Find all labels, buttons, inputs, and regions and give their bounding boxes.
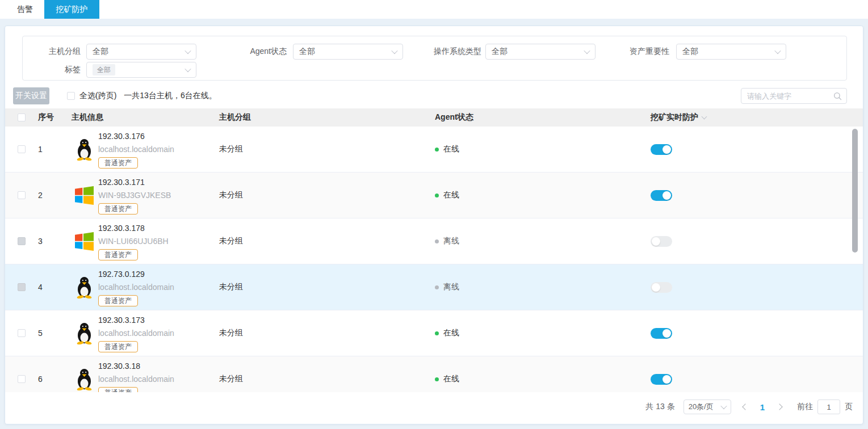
table-row: 1 192.30.3.176 localhost.localdomain 普通资… <box>5 127 863 173</box>
protection-toggle-on[interactable] <box>651 374 672 385</box>
tag-select[interactable]: 全部 <box>86 62 196 78</box>
linux-icon <box>74 276 94 298</box>
protection-toggle-on[interactable] <box>651 144 672 155</box>
tab-alert[interactable]: 告警 <box>6 0 44 19</box>
chevron-down-icon <box>584 48 590 54</box>
row-index: 5 <box>30 329 60 338</box>
chevron-down-icon <box>391 48 397 54</box>
header-index: 序号 <box>30 112 60 123</box>
row-checkbox-disabled <box>18 237 26 245</box>
host-ip: 192.30.3.18 <box>98 360 174 373</box>
linux-icon <box>74 322 94 344</box>
asset-tag-badge: 普通资产 <box>98 387 138 393</box>
asset-tag-badge: 普通资产 <box>98 295 138 306</box>
page-size-select[interactable]: 20条/页 <box>684 399 731 414</box>
table-body: 1 192.30.3.176 localhost.localdomain 普通资… <box>5 127 863 392</box>
search-box <box>741 88 847 104</box>
agent-status: 在线 <box>443 190 459 200</box>
host-name: localhost.localdomain <box>98 281 174 294</box>
host-name: WIN-9BJ3GVJKESB <box>98 189 171 202</box>
table-row: 2 192.30.3.171 WIN-9BJ3GVJKESB 普通资产 未分组 … <box>5 173 863 218</box>
total-count: 共 13 条 <box>645 402 674 412</box>
row-index: 2 <box>30 191 60 200</box>
host-name: localhost.localdomain <box>98 143 174 156</box>
row-checkbox[interactable] <box>18 375 26 383</box>
toggle-knob <box>662 191 671 200</box>
toggle-knob <box>662 145 671 154</box>
online-dot-icon <box>435 377 439 381</box>
row-index: 3 <box>30 237 60 246</box>
agent-status: 在线 <box>443 144 459 154</box>
agent-status: 离线 <box>443 282 459 292</box>
agent-status-select[interactable]: 全部 <box>293 44 403 60</box>
host-name: localhost.localdomain <box>98 373 174 386</box>
os-type-value: 全部 <box>492 47 585 57</box>
goto-page-input[interactable] <box>817 399 840 414</box>
host-group: 未分组 <box>207 236 423 246</box>
page-unit-label: 页 <box>845 402 853 412</box>
table-row: 5 192.30.3.173 localhost.localdomain 普通资… <box>5 310 863 356</box>
asset-importance-value: 全部 <box>682 47 775 57</box>
chevron-down-icon <box>184 66 191 72</box>
host-count-summary: 一共13台主机，6台在线。 <box>124 91 216 101</box>
protection-toggle-on[interactable] <box>651 190 672 201</box>
next-page-icon[interactable] <box>776 403 782 410</box>
online-dot-icon <box>435 148 439 152</box>
toggle-knob <box>662 329 671 338</box>
tab-mining-protection[interactable]: 挖矿防护 <box>44 0 99 19</box>
asset-tag-badge: 普通资产 <box>98 341 138 352</box>
switch-settings-button[interactable]: 开关设置 <box>13 87 49 104</box>
vertical-scrollbar-thumb[interactable] <box>852 129 858 253</box>
select-all-checkbox[interactable] <box>67 92 75 100</box>
prev-page-icon[interactable] <box>742 403 748 410</box>
tab-alert-label: 告警 <box>17 5 33 15</box>
protection-toggle-off <box>651 236 672 247</box>
host-ip: 192.30.3.178 <box>98 222 169 235</box>
online-dot-icon <box>435 331 439 335</box>
agent-status: 离线 <box>443 236 459 246</box>
offline-dot-icon <box>435 285 439 289</box>
row-index: 1 <box>30 145 60 154</box>
host-group: 未分组 <box>207 190 423 200</box>
search-icon[interactable] <box>833 92 842 100</box>
table-header: 序号 主机信息 主机分组 Agent状态 挖矿实时防护 <box>5 108 863 127</box>
table-row: 3 192.30.3.178 WIN-LUI66UJU6BH 普通资产 未分组 … <box>5 218 863 264</box>
mining-protection-panel: 主机分组 全部 Agent状态 全部 操作系统类型 全部 资产重要性 全部 标签 <box>5 26 863 424</box>
chevron-down-icon <box>702 114 707 120</box>
windows-icon <box>74 232 94 251</box>
protection-toggle-on[interactable] <box>651 328 672 339</box>
agent-status: 在线 <box>443 328 459 338</box>
row-checkbox[interactable] <box>18 329 26 337</box>
search-input[interactable] <box>747 92 833 100</box>
row-checkbox[interactable] <box>18 191 26 199</box>
protection-toggle-off <box>651 282 672 293</box>
chevron-down-icon <box>774 48 781 54</box>
host-group-select[interactable]: 全部 <box>86 44 196 60</box>
toggle-knob <box>652 237 660 246</box>
host-group-label: 主机分组 <box>23 47 81 57</box>
tag-chip: 全部 <box>93 64 115 75</box>
toggle-knob <box>662 375 671 384</box>
toolbar: 开关设置 全选(跨页) 一共13台主机，6台在线。 <box>13 87 847 104</box>
select-all-label: 全选(跨页) <box>79 91 116 101</box>
header-host-info: 主机信息 <box>60 112 207 123</box>
chevron-down-icon <box>184 48 191 54</box>
agent-status-value: 全部 <box>299 47 392 57</box>
header-agent-status: Agent状态 <box>423 112 639 123</box>
host-group: 未分组 <box>207 144 423 154</box>
os-type-select[interactable]: 全部 <box>485 44 596 60</box>
row-checkbox-disabled <box>18 283 26 291</box>
header-mining-protection[interactable]: 挖矿实时防护 <box>639 112 863 123</box>
goto-label: 前往 <box>797 402 813 412</box>
pagination: 共 13 条 20条/页 1 前往 页 <box>5 399 853 415</box>
row-checkbox[interactable] <box>18 145 26 153</box>
linux-icon <box>74 138 94 161</box>
current-page[interactable]: 1 <box>760 402 765 412</box>
agent-status: 在线 <box>443 374 459 384</box>
host-ip: 192.30.3.171 <box>98 176 171 189</box>
host-group: 未分组 <box>207 328 423 338</box>
asset-tag-badge: 普通资产 <box>98 249 138 260</box>
asset-importance-select[interactable]: 全部 <box>676 44 786 60</box>
header-checkbox[interactable] <box>18 113 26 121</box>
host-ip: 192.30.3.173 <box>98 314 174 327</box>
